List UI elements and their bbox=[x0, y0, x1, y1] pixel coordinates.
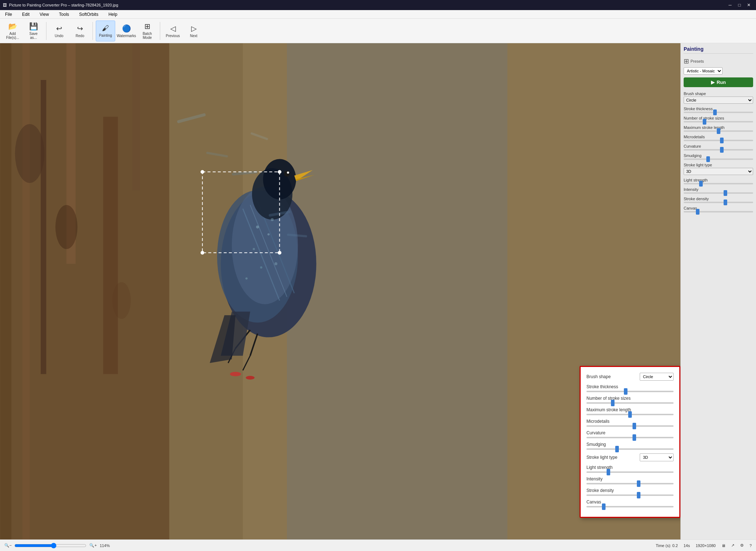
painting-button[interactable]: 🖌 Painting bbox=[96, 21, 115, 41]
menu-view[interactable]: View bbox=[37, 11, 51, 18]
menu-softorbits[interactable]: SoftOrbits bbox=[77, 11, 100, 18]
previous-button[interactable]: ◁ Previous bbox=[163, 21, 183, 41]
fp-smudging-thumb[interactable] bbox=[615, 446, 619, 452]
intensity-slider[interactable] bbox=[684, 192, 753, 194]
fp-canvas-slider[interactable] bbox=[586, 506, 674, 507]
settings-icon[interactable]: ⚙ bbox=[740, 543, 744, 548]
light-strength-slider[interactable] bbox=[684, 183, 753, 184]
status-right: Time (s): 0.2 14s 1920×1080 🖥 ↗ ⚙ ? bbox=[656, 543, 752, 548]
fp-stroke-thickness-slider[interactable] bbox=[586, 391, 674, 392]
svg-point-45 bbox=[230, 372, 241, 376]
close-button[interactable]: ✕ bbox=[744, 1, 753, 9]
run-button[interactable]: ▶ Run bbox=[684, 77, 753, 87]
presets-icon: ⊞ bbox=[684, 57, 689, 65]
monitor-icon: 🖥 bbox=[721, 543, 725, 548]
save-as-button[interactable]: 💾 Saveas... bbox=[24, 21, 43, 41]
redo-button[interactable]: ↪ Redo bbox=[70, 21, 90, 41]
light-strength-thumb[interactable] bbox=[699, 181, 703, 187]
fp-microdetails-thumb[interactable] bbox=[633, 423, 636, 429]
brush-shape-select[interactable]: CircleSquareTriangle bbox=[684, 97, 753, 104]
fp-canvas-thumb[interactable] bbox=[602, 503, 606, 510]
fp-stroke-light-select[interactable]: 3D Flat None bbox=[640, 453, 674, 461]
presets-section: ⊞ Presets Artistic - Mosaic Oil Painting… bbox=[684, 57, 753, 75]
floating-panel: Brush shape Circle Square Triangle Strok… bbox=[580, 366, 680, 518]
smudging-slider[interactable] bbox=[684, 158, 753, 160]
svg-point-48 bbox=[201, 170, 204, 174]
undo-button[interactable]: ↩ Undo bbox=[49, 21, 69, 41]
title-bar-controls: ─ □ ✕ bbox=[726, 1, 753, 9]
painting-canvas bbox=[0, 43, 680, 539]
svg-point-46 bbox=[246, 376, 255, 380]
stroke-density-slider[interactable] bbox=[684, 202, 753, 203]
fp-light-strength-slider[interactable] bbox=[586, 471, 674, 473]
fp-stroke-thickness-thumb[interactable] bbox=[624, 388, 627, 395]
fp-intensity-thumb[interactable] bbox=[637, 480, 640, 487]
smudging-thumb[interactable] bbox=[706, 156, 710, 162]
fp-stroke-density-thumb[interactable] bbox=[637, 492, 640, 498]
stroke-light-select[interactable]: 3DFlatNone bbox=[684, 168, 753, 175]
minimize-button[interactable]: ─ bbox=[726, 1, 734, 9]
canvas-area[interactable]: Brush shape Circle Square Triangle Strok… bbox=[0, 43, 680, 539]
zoom-out-icon[interactable]: 🔍− bbox=[4, 543, 12, 548]
menu-file[interactable]: File bbox=[3, 11, 14, 18]
presets-select[interactable]: Artistic - Mosaic Oil Painting Watercolo… bbox=[684, 67, 723, 75]
svg-point-8 bbox=[15, 124, 45, 183]
svg-point-10 bbox=[112, 282, 131, 319]
max-stroke-slider[interactable] bbox=[684, 130, 753, 132]
fp-stroke-density-slider[interactable] bbox=[586, 494, 674, 496]
fp-smudging-label: Smudging bbox=[586, 442, 674, 447]
fp-brush-shape-label: Brush shape bbox=[586, 374, 637, 379]
fp-intensity-slider[interactable] bbox=[586, 483, 674, 484]
zoom-slider[interactable] bbox=[14, 543, 86, 548]
stroke-density-thumb[interactable] bbox=[724, 200, 727, 205]
stroke-sizes-slider[interactable] bbox=[684, 121, 753, 122]
title-bar-left: 🖼 Picture to Painting Converter Pro – st… bbox=[3, 3, 118, 7]
microdetails-thumb[interactable] bbox=[720, 138, 724, 143]
fp-stroke-sizes-thumb[interactable] bbox=[611, 400, 615, 406]
watermarks-button[interactable]: 🔵 Watermarks bbox=[117, 21, 136, 41]
curvature-thumb[interactable] bbox=[720, 147, 724, 153]
max-stroke-thumb[interactable] bbox=[717, 128, 720, 134]
stroke-sizes-thumb[interactable] bbox=[703, 119, 706, 125]
svg-point-51 bbox=[278, 251, 281, 255]
canvas-slider[interactable] bbox=[684, 211, 753, 212]
fp-stroke-sizes-slider[interactable] bbox=[586, 402, 674, 404]
add-files-button[interactable]: 📂 AddFile(s)... bbox=[3, 21, 22, 41]
fp-curvature-thumb[interactable] bbox=[633, 434, 636, 441]
fp-microdetails-slider[interactable] bbox=[586, 425, 674, 427]
fp-max-stroke-thumb[interactable] bbox=[628, 411, 632, 418]
fp-smudging-slider[interactable] bbox=[586, 448, 674, 450]
share-icon[interactable]: ↗ bbox=[731, 543, 734, 548]
separator-1 bbox=[46, 22, 46, 40]
fp-curvature-slider[interactable] bbox=[586, 437, 674, 438]
svg-point-38 bbox=[256, 225, 259, 228]
menu-tools[interactable]: Tools bbox=[57, 11, 71, 18]
painting-icon: 🖌 bbox=[102, 24, 109, 32]
batch-mode-button[interactable]: ⊞ BatchMode bbox=[138, 21, 157, 41]
fp-curvature-label: Curvature bbox=[586, 430, 674, 435]
microdetails-slider[interactable] bbox=[684, 140, 753, 141]
help-icon[interactable]: ? bbox=[750, 543, 752, 548]
smudging-label: Smudging bbox=[684, 153, 753, 158]
stroke-thickness-thumb[interactable] bbox=[713, 109, 717, 115]
fp-brush-shape-select[interactable]: Circle Square Triangle bbox=[640, 373, 674, 381]
svg-rect-13 bbox=[287, 43, 507, 539]
intensity-thumb[interactable] bbox=[724, 190, 727, 196]
svg-point-43 bbox=[274, 262, 277, 265]
fp-stroke-density-label: Stroke density bbox=[586, 488, 674, 493]
curvature-slider[interactable] bbox=[684, 149, 753, 151]
fp-max-stroke-slider[interactable] bbox=[586, 414, 674, 415]
fp-light-strength-thumb[interactable] bbox=[607, 469, 610, 475]
next-button[interactable]: ▷ Next bbox=[184, 21, 203, 41]
fp-stroke-sizes-label: Number of stroke sizes bbox=[586, 396, 674, 401]
svg-point-42 bbox=[260, 266, 262, 269]
stroke-thickness-slider[interactable] bbox=[684, 112, 753, 113]
menu-edit[interactable]: Edit bbox=[20, 11, 32, 18]
maximize-button[interactable]: □ bbox=[735, 1, 744, 9]
zoom-in-icon[interactable]: 🔍+ bbox=[89, 543, 96, 548]
menu-help[interactable]: Help bbox=[106, 11, 120, 18]
redo-icon: ↪ bbox=[77, 24, 83, 33]
zoom-bar: 🔍− 🔍+ 114% bbox=[4, 543, 650, 548]
stroke-density-label: Stroke density bbox=[684, 197, 753, 201]
canvas-thumb[interactable] bbox=[696, 209, 699, 215]
